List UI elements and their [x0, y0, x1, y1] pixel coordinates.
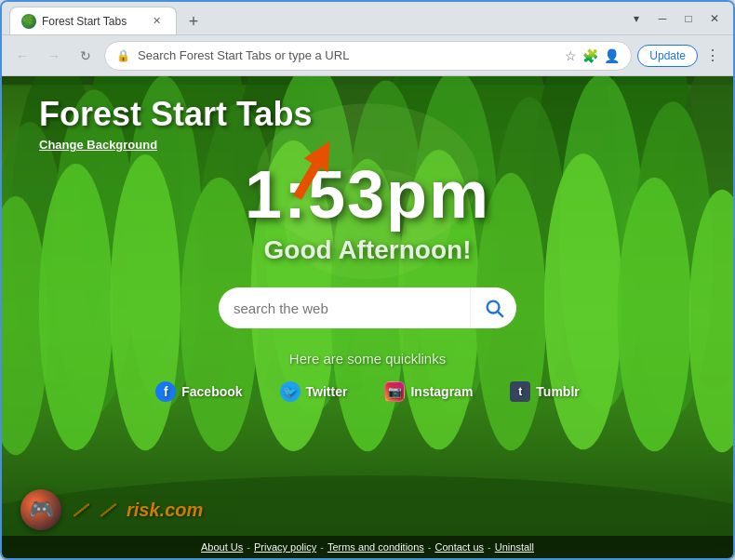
watermark-slash: ⟋⟋ — [67, 496, 121, 525]
update-button[interactable]: Update — [637, 45, 698, 67]
tab-favicon — [21, 14, 36, 29]
search-input[interactable] — [234, 300, 455, 316]
search-icon — [484, 298, 504, 318]
terms-link[interactable]: Terms and conditions — [327, 541, 424, 553]
refresh-button[interactable]: ↻ — [73, 43, 99, 69]
content-overlay: Forest Start Tabs Change Background 1:53… — [2, 76, 733, 558]
title-bar: Forest Start Tabs ✕ + ▾ ─ □ ✕ — [2, 2, 733, 35]
search-input-wrapper[interactable] — [219, 287, 470, 328]
forward-button[interactable]: → — [41, 43, 67, 69]
change-background-link[interactable]: Change Background — [39, 138, 157, 152]
twitter-label: Twitter — [306, 384, 348, 399]
page-title: Forest Start Tabs — [39, 95, 312, 134]
separator-3: - — [428, 541, 432, 553]
bookmark-icon[interactable]: ☆ — [565, 48, 577, 63]
tumblr-icon: t — [510, 381, 530, 402]
tumblr-link[interactable]: t Tumblr — [510, 381, 579, 402]
separator-4: - — [488, 541, 491, 553]
address-bar[interactable]: 🔒 Search Forest Start Tabs or type a URL… — [104, 41, 632, 71]
new-tab-button[interactable]: + — [180, 8, 207, 34]
watermark: 🎮 ⟋⟋ risk.com — [20, 489, 203, 530]
window-controls: ▾ ─ □ ✕ — [625, 7, 726, 30]
tab-title: Forest Start Tabs — [42, 15, 142, 28]
facebook-label: Facebook — [181, 384, 242, 399]
extensions-icon[interactable]: 🧩 — [582, 48, 598, 63]
instagram-label: Instagram — [410, 384, 473, 399]
quicklinks-container: f Facebook 🐦 Twitter 📷 Instagram t Tumbl… — [155, 381, 580, 402]
profile-icon[interactable]: 👤 — [604, 48, 620, 63]
minimize-button[interactable]: ─ — [651, 7, 674, 30]
center-content: 1:53pm Good Afternoon! Here are some qui… — [39, 161, 696, 402]
content-area: Forest Start Tabs Change Background 1:53… — [2, 76, 733, 558]
facebook-link[interactable]: f Facebook — [155, 381, 242, 402]
search-button[interactable] — [470, 287, 516, 328]
back-button[interactable]: ← — [9, 43, 35, 69]
twitter-link[interactable]: 🐦 Twitter — [280, 381, 348, 402]
contact-us-link[interactable]: Contact us — [435, 541, 485, 553]
chevron-down-button[interactable]: ▾ — [625, 7, 648, 30]
separator-2: - — [320, 541, 324, 553]
privacy-policy-link[interactable]: Privacy policy — [254, 541, 316, 553]
watermark-icon: 🎮 — [20, 489, 61, 530]
address-text: Search Forest Start Tabs or type a URL — [138, 48, 557, 62]
time-display: 1:53pm — [245, 161, 490, 228]
browser-menu-button[interactable]: ⋮ — [700, 43, 726, 69]
about-us-link[interactable]: About Us — [201, 541, 243, 553]
security-icon: 🔒 — [116, 49, 130, 62]
instagram-icon: 📷 — [384, 381, 405, 402]
active-tab[interactable]: Forest Start Tabs ✕ — [9, 7, 177, 34]
footer-bar: About Us - Privacy policy - Terms and co… — [2, 536, 733, 558]
search-container — [219, 287, 516, 328]
uninstall-link[interactable]: Uninstall — [495, 541, 534, 553]
svg-line-37 — [498, 312, 502, 316]
tab-close-button[interactable]: ✕ — [148, 13, 165, 30]
twitter-icon: 🐦 — [280, 381, 301, 402]
quicklinks-label: Here are some quicklinks — [289, 351, 446, 367]
watermark-text: risk.com — [127, 500, 203, 521]
facebook-icon: f — [155, 381, 176, 402]
greeting-text: Good Afternoon! — [264, 235, 472, 265]
tumblr-label: Tumblr — [536, 384, 579, 399]
instagram-link[interactable]: 📷 Instagram — [384, 381, 473, 402]
nav-right-controls: Update ⋮ — [637, 43, 726, 69]
browser-window: Forest Start Tabs ✕ + ▾ ─ □ ✕ ← → ↻ 🔒 Se… — [0, 0, 735, 560]
close-button[interactable]: ✕ — [703, 7, 726, 30]
navigation-bar: ← → ↻ 🔒 Search Forest Start Tabs or type… — [2, 35, 733, 76]
separator-1: - — [247, 541, 250, 553]
address-bar-icons: ☆ 🧩 👤 — [565, 48, 620, 63]
maximize-button[interactable]: □ — [677, 7, 700, 30]
tab-area: Forest Start Tabs ✕ + — [9, 2, 621, 34]
